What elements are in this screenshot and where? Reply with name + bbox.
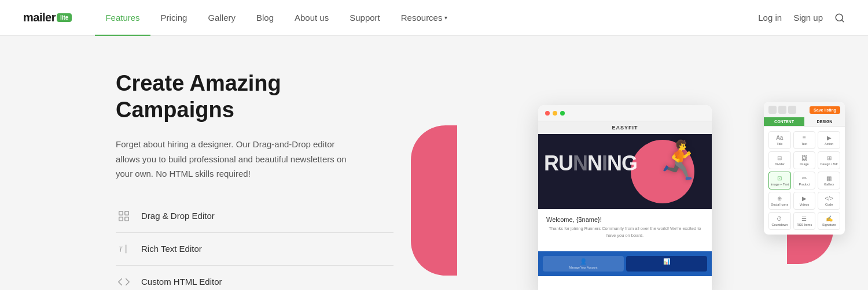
editor-block-text[interactable]: ≡ Text (793, 131, 816, 149)
divider-block-label: Divider (775, 162, 785, 166)
editor-tab-content[interactable]: CONTENT (764, 117, 804, 126)
editor-block-social[interactable]: ⊕ Social Icons (768, 192, 791, 210)
text-block-icon: ≡ (803, 135, 806, 141)
nav-link-pricing[interactable]: Pricing (150, 0, 198, 36)
code-block-icon: </> (825, 195, 833, 202)
editor-block-image-text[interactable]: ⊡ Image + Text (768, 172, 791, 189)
feature-item-rich-text[interactable]: T Rich Text Editor (116, 233, 393, 266)
email-body-content: Welcome, {$name}! Thanks for joining Run… (538, 209, 712, 251)
rss-block-label: RSS Items (797, 223, 812, 226)
image-block-label: Image (800, 162, 808, 166)
editor-top-controls (768, 106, 796, 114)
signup-link[interactable]: Sign up (793, 13, 823, 23)
editor-block-image[interactable]: 🖼 Image (793, 151, 816, 169)
image-text-block-label: Image + Text (771, 183, 789, 186)
code-block-label: Code (825, 203, 833, 206)
pink-blob-left (411, 125, 457, 276)
svg-rect-5 (125, 217, 128, 221)
nav-link-about[interactable]: About us (284, 0, 339, 36)
hero-title: Create Amazing Campaigns (116, 70, 393, 123)
feature-label-drag-drop: Drag & Drop Editor (141, 211, 215, 221)
gallery-block-label: Gallery (824, 183, 834, 186)
design-block-icon: ⊞ (827, 155, 832, 161)
design-block-label: Design / Bdr (821, 162, 838, 166)
email-big-text: RUNNING (544, 151, 637, 176)
browser-dot-green (560, 111, 565, 116)
signature-block-label: Signature (822, 223, 836, 226)
email-footer-bar: 👤 Manage Your Account 📊 (538, 251, 712, 276)
nav-links: Features Pricing Gallery Blog About us S… (95, 0, 758, 36)
nav-link-features[interactable]: Features (95, 0, 150, 36)
editor-block-signature[interactable]: ✍ Signature (818, 212, 840, 230)
svg-rect-2 (119, 211, 123, 214)
svg-line-1 (841, 20, 843, 21)
video-block-label: Videos (800, 203, 810, 206)
editor-tab-design[interactable]: DESIGN (804, 117, 845, 126)
login-link[interactable]: Log in (758, 13, 782, 23)
nav-link-support[interactable]: Support (339, 0, 391, 36)
editor-block-countdown[interactable]: ⏱ Countdown (768, 212, 791, 230)
divider-block-icon: ⊟ (777, 155, 782, 161)
social-block-label: Social Icons (771, 203, 789, 206)
email-hero-image: RUNNING 🏃 (538, 134, 712, 209)
title-block-label: Title (777, 142, 782, 146)
nav-link-blog[interactable]: Blog (246, 0, 284, 36)
logo-badge: lite (57, 13, 72, 22)
nav-link-resources[interactable]: Resources ▾ (391, 0, 458, 36)
editor-ctrl-1 (768, 106, 777, 114)
button-block-icon: ▶ (827, 135, 832, 141)
product-block-icon: ✏ (802, 175, 807, 181)
left-section: Create Amazing Campaigns Forget about hi… (116, 70, 393, 290)
editor-block-gallery[interactable]: ▦ Gallery (818, 172, 840, 189)
editor-block-rss[interactable]: ☰ RSS Items (793, 212, 816, 230)
browser-bar (538, 105, 712, 121)
resources-dropdown-arrow: ▾ (444, 14, 447, 21)
editor-block-code[interactable]: </> Code (818, 192, 840, 210)
account-icon: 👤 (580, 258, 587, 265)
feature-label-rich-text: Rich Text Editor (141, 244, 202, 254)
product-block-label: Product (799, 183, 810, 186)
email-body-text: Thanks for joining Runners Community fro… (546, 225, 704, 239)
email-footer-btn2: 📊 (626, 256, 707, 272)
nav-right: Log in Sign up (758, 13, 845, 23)
email-preview-window: EASYFIT RUNNING 🏃 Welcome, {$name}! Than… (538, 105, 712, 290)
editor-panel: Save listing CONTENT DESIGN Aa Title ≡ T… (764, 102, 845, 235)
feature-label-html: Custom HTML Editor (141, 277, 222, 287)
logo-text: mailer (23, 11, 56, 24)
editor-block-divider[interactable]: ⊟ Divider (768, 151, 791, 169)
browser-dot-red (545, 111, 550, 116)
image-text-block-icon: ⊡ (777, 175, 782, 181)
svg-text:T: T (119, 245, 123, 253)
image-block-icon: 🖼 (801, 155, 807, 161)
logo[interactable]: mailer lite (23, 11, 72, 24)
countdown-block-label: Countdown (771, 223, 788, 226)
editor-block-title[interactable]: Aa Title (768, 131, 791, 149)
editor-save-btn[interactable]: Save listing (810, 106, 840, 114)
video-block-icon: ▶ (802, 195, 807, 202)
email-footer-btn1: 👤 Manage Your Account (543, 256, 624, 272)
countdown-block-icon: ⏱ (777, 215, 782, 222)
email-greeting-var: {$name}! (576, 216, 602, 223)
feature-item-html[interactable]: Custom HTML Editor (116, 266, 393, 290)
editor-block-product[interactable]: ✏ Product (793, 172, 816, 189)
editor-block-button[interactable]: ▶ Action (818, 131, 840, 149)
email-greeting: Welcome, {$name}! (546, 216, 704, 223)
signature-block-icon: ✍ (826, 215, 833, 222)
title-block-icon: Aa (776, 135, 783, 141)
email-brand-bar: EASYFIT (538, 121, 712, 134)
browser-dot-yellow (553, 111, 557, 116)
search-icon (834, 13, 845, 23)
feature-item-drag-drop[interactable]: Drag & Drop Editor (116, 200, 393, 233)
browser-body: EASYFIT RUNNING 🏃 Welcome, {$name}! Than… (538, 121, 712, 290)
svg-rect-3 (125, 211, 128, 214)
main-content: Create Amazing Campaigns Forget about hi… (0, 36, 868, 290)
editor-block-video[interactable]: ▶ Videos (793, 192, 816, 210)
drag-drop-icon (116, 208, 132, 224)
search-button[interactable] (834, 13, 845, 23)
feature-list: Drag & Drop Editor T Rich Text Editor (116, 200, 393, 290)
social-block-icon: ⊕ (777, 195, 782, 202)
gallery-block-icon: ▦ (826, 175, 832, 181)
editor-block-design[interactable]: ⊞ Design / Bdr (818, 151, 840, 169)
nav-link-gallery[interactable]: Gallery (197, 0, 246, 36)
editor-top-bar: Save listing (764, 102, 845, 117)
